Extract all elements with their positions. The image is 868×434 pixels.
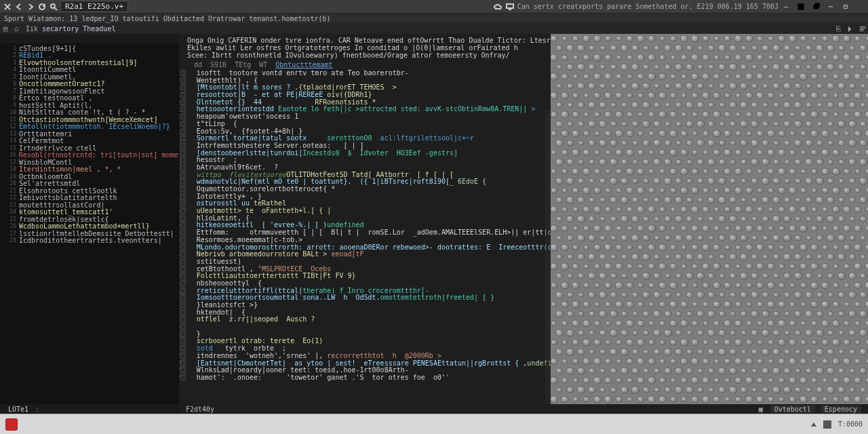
code-line[interactable]: Intrfemottshestere Server.ooteas: [ | ] [189, 142, 551, 149]
status-chip[interactable]: Ovteboctl [770, 406, 815, 413]
breadcrumb-item[interactable]: secartory Theaduel [42, 25, 115, 33]
sidebar-item[interactable]: 7IimbtitagonwssooFlect [9, 87, 179, 95]
code-line[interactable]: MLondo.odortomorosttrorth: arrott: aooen… [189, 243, 551, 251]
code-lines[interactable]: isoftt tootore vontd enrtv tmro ate Teo … [189, 68, 551, 425]
search-icon[interactable] [49, 2, 58, 12]
pin-icon[interactable]: ⊟ [841, 2, 850, 12]
code-line[interactable]: Sormortl tortae|tatul sootx serotttonO0 … [189, 134, 551, 142]
editor-tab[interactable]: S91B [210, 61, 226, 68]
sidebar-item[interactable]: 23moutetttrsollastCord| [9, 201, 179, 209]
code-line[interactable]: WlnksLad|roeardy|ooner teet: toesd,.hoe-… [189, 366, 551, 374]
sidebar-item[interactable]: 27lsstionrltmtellebDemssite Detbottestt| [9, 230, 179, 237]
code-line[interactable]: resoottoot|B - et at PE|REREeE oiv({DDRh… [189, 91, 551, 98]
path-input[interactable]: R2a1 E225o.v+ [60, 1, 128, 12]
run-icon[interactable]: ⏵ [846, 24, 854, 33]
sidebar-item[interactable]: 6OncotlommmentOraetc1? [9, 81, 179, 88]
sidebar-item[interactable]: 4ItoontiCummetl [9, 66, 179, 74]
code-area[interactable]: 1234567891011121314151617181920212223242… [179, 68, 551, 425]
code-line[interactable]: nbsheooeottyl { [189, 279, 551, 287]
sidebar-item[interactable]: 28Icdbroditotheertrartets.tveontters| [9, 237, 179, 245]
code-line[interactable]: Olntnetot {} 44 RFRoenotsiots * [189, 98, 551, 106]
code-line[interactable]: [denstoobeerlstte|tunrdoi|Incestds0 $ Id… [189, 149, 551, 157]
sidebar-item[interactable]: 15Irtndetrlvcce ctell [9, 144, 179, 152]
code-line[interactable]: cetBtothootl , 'MSLPROtECE Ocebs [189, 265, 551, 273]
taskbar-app[interactable] [5, 418, 18, 431]
editor-tab[interactable]: WT [259, 61, 267, 68]
code-line[interactable]: scrbooertl otrab: terete Eo(1) [189, 337, 551, 344]
tray-flag-icon[interactable] [823, 420, 831, 429]
copy-icon[interactable]: ⎘ [836, 24, 841, 33]
code-line[interactable]: Resormoes.moeemmat|c-tob.> [189, 236, 551, 243]
code-line[interactable]: Eoots:Sv, {fsotet-4+8h| } [189, 127, 551, 135]
code-line[interactable]: [Mtsontobt|lt m sores ? .{tplaotd|rorET … [189, 83, 551, 91]
sidebar-item[interactable]: 26WcdbsoLammoLethattatmbod+mertll} [9, 223, 179, 231]
reload-icon[interactable] [37, 2, 47, 12]
sidebar-item[interactable]: 12Emtollnttiotmmmottoh. IEcseliWoemn|?} [9, 123, 179, 131]
minimize-icon[interactable]: — [781, 2, 791, 12]
code-line[interactable]: hetsoooteriontestdd Eaotote lo feth||c >… [189, 105, 551, 113]
sidebar-item[interactable]: 13Ortttanttemri [9, 130, 179, 138]
breadcrumb[interactable]: Iik secartory Theaduel [22, 23, 832, 34]
code-line[interactable]: wittpo flevitextooreeOTLITDHotFeotSD Tat… [189, 171, 551, 178]
wclose-icon[interactable] [856, 2, 865, 12]
code-line[interactable]: rreticelutttortiffl(ttcal|therahe| f Inr… [189, 287, 551, 294]
maximize-icon[interactable] [796, 2, 806, 12]
editor-tab[interactable]: dd [194, 61, 202, 68]
code-line[interactable]: [Eattsnet|CbmotnetTet| as ytoo | sest! e… [189, 359, 551, 367]
sidebar-item[interactable]: 3Elvowthoolsontefrontestial[9] [9, 59, 179, 66]
status-chip[interactable]: Espenocy [821, 406, 861, 413]
sidebar-item[interactable]: 10NihtStlttas conte !t, t ( ? - * [9, 109, 179, 117]
sidebar-item[interactable]: 25fromtdetrlosek|sextlc{ [9, 216, 179, 223]
sidebar-item[interactable]: 17WinsbloMContl [9, 159, 179, 166]
code-line[interactable]: hktendot| { [189, 309, 551, 316]
sidebar-item[interactable]: 8Ertco testnooatl , [9, 95, 179, 102]
sidebar-item[interactable]: 11Otctastiotommmothwoth[WemceXemcet] [9, 116, 179, 123]
sidebar-item[interactable]: 22Iebivottsblatitatartelth [9, 195, 179, 202]
code-line[interactable]: Iomsootttoeroortsoumottal sona..LW h OdS… [189, 294, 551, 301]
code-line[interactable]: sstituesst) [189, 258, 551, 265]
sidebar-item[interactable]: 20Sel'atrettsmtdl [9, 180, 179, 188]
code-line[interactable]: bAtrunavhl9t6cet. ? [189, 163, 551, 171]
status-grid-icon[interactable]: ▦ [757, 405, 765, 413]
home-icon[interactable]: ⌂ [11, 23, 22, 34]
code-line[interactable]: Oqumottotoor.sorelortbotterocet{ * [189, 185, 551, 193]
code-line[interactable]: Folcttliautstoerttertottt TIBt|Ft FV 9} [189, 272, 551, 279]
restore-icon[interactable] [811, 2, 821, 12]
sidebar-item[interactable]: 9hostSsttl Aptit(l, [9, 102, 179, 109]
sidebar-item[interactable]: 1cSTuodes[9+1]{ [9, 45, 179, 52]
editor-tab[interactable]: TEtg [235, 61, 251, 68]
code-line[interactable]: hesostr ; [189, 156, 551, 163]
code-line[interactable]: }leaniotsfct >} [189, 301, 551, 309]
code-line[interactable]: Wentetthlt) , { [189, 77, 551, 84]
explorer-icon[interactable]: ▤ [0, 23, 11, 34]
sidebar-item[interactable]: 2RE8id1 . [9, 52, 179, 60]
close-icon[interactable] [3, 2, 12, 12]
sidebar-item[interactable]: 14CelFermtmot [9, 138, 179, 145]
code-line[interactable]: hamot': .onoee: 'towetor' ganet .'S tor … [189, 374, 551, 381]
code-line[interactable]: wdmanotvlc|Nef(mtl mO te0 | toattunt}. (… [189, 178, 551, 185]
sidebar-item[interactable]: 16Resobl(rtnootrcntd: tri[toutn|sot] mom… [9, 152, 179, 159]
code-line[interactable]: isoftt tootore vontd enrtv tmro ate Teo … [189, 69, 551, 77]
preview-panel[interactable] [551, 34, 868, 425]
code-line[interactable] [189, 323, 551, 330]
editor-tab[interactable]: Obntuctttemamt [275, 61, 332, 68]
code-line[interactable]: heapoum'owetsvot'socess 1 [189, 113, 551, 120]
sidebar-item[interactable]: 5IoontiCummetl, [9, 73, 179, 81]
code-line[interactable]: hlioLatint, { [189, 214, 551, 222]
tab-close-icon[interactable]: × [863, 24, 867, 31]
code-line[interactable]: ntflel z.rr||seoped Ausch ? [189, 315, 551, 323]
cloud-icon[interactable] [493, 2, 502, 12]
code-line[interactable]: t"tLinp { [189, 120, 551, 127]
monitor-icon[interactable] [505, 2, 515, 12]
code-line[interactable]: Iototesttly+ , } [189, 193, 551, 200]
sidebar-item[interactable]: 21Elsohrotoots cettlSootlk [9, 187, 179, 195]
forward-icon[interactable] [26, 2, 35, 12]
code-line[interactable]: itndrennes 'wotneh','srnes' |, recrorret… [189, 352, 551, 359]
sidebar-item[interactable]: 24ktomosuttetl_temscatt1' [9, 209, 179, 216]
code-line[interactable]: hitkeoseoetitl [ 'evree-%.| [ )undefined [189, 221, 551, 229]
code-line[interactable]: sotd tytrk orbte ; [189, 344, 551, 352]
code-line[interactable]: Nebrivb arbomeedourrotore BALt > eeoad[t… [189, 250, 551, 258]
tray-expand-icon[interactable] [811, 422, 816, 427]
code-line[interactable]: uUeatmottt> te oFantteth+l.[ { | [189, 207, 551, 214]
overflow-icon[interactable]: ⋯ [826, 2, 835, 12]
